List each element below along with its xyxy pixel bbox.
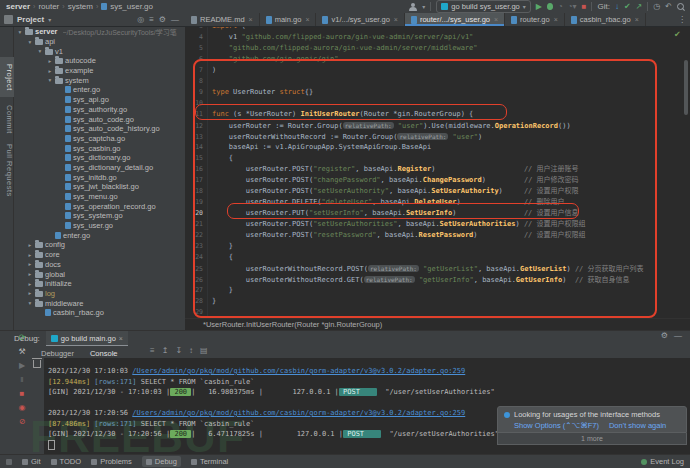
tree-item-sys-dictionary-detail-go[interactable]: sys_dictionary_detail.go — [14, 163, 185, 173]
tree-item-sys-captcha-go[interactable]: sys_captcha.go — [14, 134, 185, 144]
console-file-link[interactable]: /Users/admin/go/pkg/mod/github.com/casbi… — [132, 409, 465, 417]
tree-chevron-icon[interactable]: ▸ — [27, 261, 33, 267]
dont-show-again-link[interactable]: Don't show again — [609, 421, 666, 430]
scroll-to-top-icon[interactable]: ↥ — [162, 346, 169, 355]
panel-settings-icon[interactable]: ⚙ — [159, 16, 166, 24]
tree-item-sys-menu-go[interactable]: sys_menu.go — [14, 192, 185, 202]
tool-strip-commit[interactable]: Commit — [0, 101, 14, 137]
git-push-button[interactable]: ↗ — [636, 3, 643, 11]
editor-tab-v1-sys-user-go[interactable]: v1/.../sys_user.go× — [316, 13, 404, 26]
tree-item-sys-user-go[interactable]: sys_user.go — [14, 221, 185, 231]
git-commit-button[interactable]: ✔ — [624, 3, 631, 11]
tree-item-api[interactable]: ▾api — [14, 37, 185, 47]
hide-panel-icon[interactable]: — — [171, 16, 179, 24]
restore-windows-icon[interactable] — [6, 459, 12, 465]
chevron-down-icon[interactable]: ▾ — [48, 16, 51, 23]
close-icon[interactable]: × — [635, 16, 639, 23]
scroll-to-end-icon[interactable]: ↧ — [175, 346, 182, 355]
git-update-button[interactable]: ↓ — [615, 3, 619, 11]
tree-item-sys-casbin-go[interactable]: sys_casbin.go — [14, 143, 185, 153]
editor-tab-router-go[interactable]: router.go× — [505, 13, 565, 26]
history-button[interactable]: ◷ — [653, 3, 660, 11]
locate-file-icon[interactable]: ◎ — [137, 16, 144, 24]
tool-strip-project[interactable]: Project — [0, 57, 14, 97]
tree-chevron-icon[interactable]: ▸ — [27, 281, 33, 287]
tree-chevron-icon[interactable]: ▾ — [17, 29, 23, 35]
profiler-button[interactable]: ◔▾ — [568, 3, 577, 11]
close-icon[interactable]: × — [119, 335, 123, 342]
rerun-button[interactable]: ⟳ — [19, 333, 26, 342]
debug-button[interactable] — [547, 3, 553, 10]
show-options-link[interactable]: Show Options (⌃⌥⌘F7) — [514, 421, 599, 430]
search-icon[interactable] — [677, 3, 684, 10]
debugger-settings-icon[interactable]: ⚒ — [18, 347, 25, 356]
tree-item-casbin-rbac-go[interactable]: casbin_rbac.go — [14, 308, 185, 318]
debug-settings-icon[interactable]: ⚙ — [661, 331, 668, 340]
tree-item-sys-dictionary-go[interactable]: sys_dictionary.go — [14, 153, 185, 163]
tree-chevron-icon[interactable]: ▸ — [27, 252, 33, 258]
breadcrumb-item[interactable]: server — [6, 2, 30, 11]
tree-item-sys-initdb-go[interactable]: sys_initdb.go — [14, 172, 185, 182]
code-editor[interactable]: 3import (4 v1 "github.com/flipped-aurora… — [185, 27, 690, 318]
tree-item-enter-go[interactable]: enter.go — [14, 85, 185, 95]
tree-item-example[interactable]: ▸example — [14, 66, 185, 76]
editor-tab-main-go[interactable]: main.go× — [260, 13, 317, 26]
breadcrumb[interactable]: server›router›system›sys_user.go — [6, 2, 153, 11]
tree-item-sys-jwt-blacklist-go[interactable]: sys_jwt_blacklist.go — [14, 182, 185, 192]
tree-chevron-icon[interactable]: ▾ — [27, 300, 33, 306]
hide-debug-icon[interactable]: — — [674, 331, 682, 340]
editor-tab-casbin-rbac-go[interactable]: casbin_rbac.go× — [565, 13, 646, 26]
editor-tab-router-sys-user-go[interactable]: router/.../sys_user.go× — [405, 13, 505, 26]
tree-chevron-icon[interactable]: ▸ — [47, 58, 53, 64]
breadcrumb-item[interactable]: router — [38, 2, 59, 11]
run-button[interactable]: ▶ — [536, 3, 542, 11]
debug-session-tab[interactable]: go build main.go × — [46, 331, 128, 346]
tree-item-global[interactable]: ▸global — [14, 269, 185, 279]
tree-item-sys-system-go[interactable]: sys_system.go — [14, 211, 185, 221]
stop-button[interactable]: ■ — [582, 3, 587, 11]
resume-button[interactable]: ▶ — [19, 361, 25, 370]
tree-item-system[interactable]: ▾system — [14, 75, 185, 85]
tree-item-middleware[interactable]: ▾middleware — [14, 298, 185, 308]
navigate-stack-icon[interactable]: ↕ — [189, 346, 193, 355]
tree-item-sys-api-go[interactable]: sys_api.go — [14, 95, 185, 105]
mute-breakpoints-button[interactable]: ⊘ — [19, 417, 26, 426]
run-config-selector[interactable]: go build sys_user.go ▾ — [436, 0, 530, 13]
print-icon[interactable]: ▤ — [200, 346, 208, 355]
editor-tab-README-md[interactable]: README.md× — [185, 13, 260, 26]
close-icon[interactable]: × — [394, 16, 398, 23]
tree-item-sys-auto-code-go[interactable]: sys_auto_code.go — [14, 114, 185, 124]
tree-item-sys-operation-record-go[interactable]: sys_operation_record.go — [14, 201, 185, 211]
tree-item-core[interactable]: ▸core — [14, 250, 185, 260]
breadcrumb-item[interactable]: system — [68, 2, 93, 11]
editor-scrollbar[interactable] — [684, 60, 688, 115]
event-log-button[interactable]: Event Log — [641, 457, 684, 466]
tree-item-enter-go[interactable]: enter.go — [14, 230, 185, 240]
inspections-ok-icon[interactable]: ✔ — [674, 30, 681, 39]
clear-console-button[interactable] — [33, 360, 41, 368]
tree-item-initialize[interactable]: ▸initialize — [14, 279, 185, 289]
notification-more-bar[interactable]: 1 more — [497, 433, 687, 445]
tree-chevron-icon[interactable]: ▸ — [27, 290, 33, 296]
close-icon[interactable]: × — [554, 16, 558, 23]
pause-button[interactable]: ‖ — [20, 375, 23, 384]
close-icon[interactable]: × — [249, 16, 253, 23]
tree-chevron-icon[interactable]: ▸ — [47, 68, 53, 74]
project-tree[interactable]: ▾server~/Desktop/UzJuSecurityTools/学习笔▾a… — [14, 27, 185, 330]
tree-chevron-icon[interactable]: ▸ — [27, 271, 33, 277]
coverage-button[interactable]: ◔ — [558, 3, 563, 11]
tree-chevron-icon[interactable]: ▾ — [47, 77, 53, 83]
tree-item-autocode[interactable]: ▸autocode — [14, 56, 185, 66]
undo-button[interactable]: ↶ — [665, 3, 672, 11]
tree-item-docs[interactable]: ▸docs — [14, 260, 185, 270]
console-file-link[interactable]: /Users/admin/go/pkg/mod/github.com/casbi… — [132, 367, 465, 375]
collapse-all-icon[interactable]: ≡ — [149, 16, 154, 24]
project-tool-window-icon[interactable] — [4, 15, 13, 24]
tree-item-config[interactable]: ▸config — [14, 240, 185, 250]
tree-item-sys-authority-go[interactable]: sys_authority.go — [14, 105, 185, 115]
stop-process-button[interactable]: ■ — [20, 389, 25, 398]
tree-item-sys-auto-code-history-go[interactable]: sys_auto_code_history.go — [14, 124, 185, 134]
user-icon[interactable] — [409, 3, 417, 11]
tool-strip-pull-requests[interactable]: Pull Requests — [0, 141, 14, 199]
close-icon[interactable]: × — [494, 16, 498, 23]
